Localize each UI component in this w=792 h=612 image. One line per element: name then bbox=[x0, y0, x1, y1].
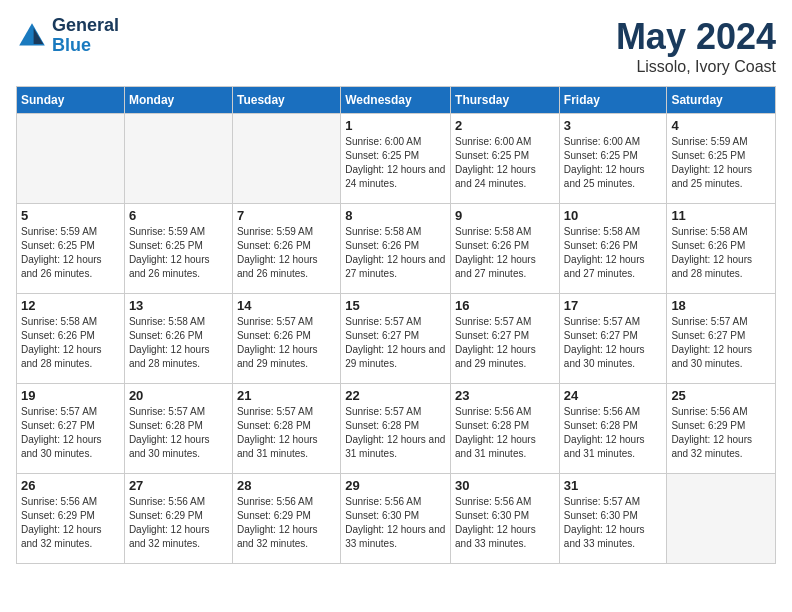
day-number: 19 bbox=[21, 388, 120, 403]
calendar-table: SundayMondayTuesdayWednesdayThursdayFrid… bbox=[16, 86, 776, 564]
day-number: 8 bbox=[345, 208, 446, 223]
weekday-header-tuesday: Tuesday bbox=[232, 87, 340, 114]
week-row-4: 19Sunrise: 5:57 AMSunset: 6:27 PMDayligh… bbox=[17, 384, 776, 474]
calendar-cell: 8Sunrise: 5:58 AMSunset: 6:26 PMDaylight… bbox=[341, 204, 451, 294]
day-info: Sunrise: 5:58 AMSunset: 6:26 PMDaylight:… bbox=[345, 225, 446, 281]
calendar-cell: 9Sunrise: 5:58 AMSunset: 6:26 PMDaylight… bbox=[451, 204, 560, 294]
day-number: 30 bbox=[455, 478, 555, 493]
day-info: Sunrise: 5:57 AMSunset: 6:27 PMDaylight:… bbox=[455, 315, 555, 371]
day-number: 20 bbox=[129, 388, 228, 403]
calendar-cell bbox=[232, 114, 340, 204]
day-number: 27 bbox=[129, 478, 228, 493]
calendar-cell: 23Sunrise: 5:56 AMSunset: 6:28 PMDayligh… bbox=[451, 384, 560, 474]
day-number: 23 bbox=[455, 388, 555, 403]
day-number: 14 bbox=[237, 298, 336, 313]
calendar-cell: 22Sunrise: 5:57 AMSunset: 6:28 PMDayligh… bbox=[341, 384, 451, 474]
day-number: 28 bbox=[237, 478, 336, 493]
day-number: 9 bbox=[455, 208, 555, 223]
calendar-cell: 7Sunrise: 5:59 AMSunset: 6:26 PMDaylight… bbox=[232, 204, 340, 294]
day-number: 24 bbox=[564, 388, 663, 403]
day-info: Sunrise: 5:57 AMSunset: 6:28 PMDaylight:… bbox=[237, 405, 336, 461]
calendar-cell: 25Sunrise: 5:56 AMSunset: 6:29 PMDayligh… bbox=[667, 384, 776, 474]
day-number: 29 bbox=[345, 478, 446, 493]
day-info: Sunrise: 6:00 AMSunset: 6:25 PMDaylight:… bbox=[564, 135, 663, 191]
calendar-cell: 13Sunrise: 5:58 AMSunset: 6:26 PMDayligh… bbox=[124, 294, 232, 384]
calendar-cell bbox=[667, 474, 776, 564]
day-info: Sunrise: 5:56 AMSunset: 6:29 PMDaylight:… bbox=[671, 405, 771, 461]
location-title: Lissolo, Ivory Coast bbox=[616, 58, 776, 76]
calendar-cell: 29Sunrise: 5:56 AMSunset: 6:30 PMDayligh… bbox=[341, 474, 451, 564]
day-number: 25 bbox=[671, 388, 771, 403]
day-info: Sunrise: 5:57 AMSunset: 6:27 PMDaylight:… bbox=[564, 315, 663, 371]
day-number: 15 bbox=[345, 298, 446, 313]
day-number: 10 bbox=[564, 208, 663, 223]
day-info: Sunrise: 5:59 AMSunset: 6:25 PMDaylight:… bbox=[671, 135, 771, 191]
week-row-2: 5Sunrise: 5:59 AMSunset: 6:25 PMDaylight… bbox=[17, 204, 776, 294]
day-number: 22 bbox=[345, 388, 446, 403]
calendar-cell: 30Sunrise: 5:56 AMSunset: 6:30 PMDayligh… bbox=[451, 474, 560, 564]
day-info: Sunrise: 5:59 AMSunset: 6:26 PMDaylight:… bbox=[237, 225, 336, 281]
day-info: Sunrise: 6:00 AMSunset: 6:25 PMDaylight:… bbox=[455, 135, 555, 191]
calendar-cell: 21Sunrise: 5:57 AMSunset: 6:28 PMDayligh… bbox=[232, 384, 340, 474]
calendar-cell: 15Sunrise: 5:57 AMSunset: 6:27 PMDayligh… bbox=[341, 294, 451, 384]
logo-icon bbox=[16, 20, 48, 52]
day-info: Sunrise: 5:57 AMSunset: 6:27 PMDaylight:… bbox=[345, 315, 446, 371]
day-info: Sunrise: 5:58 AMSunset: 6:26 PMDaylight:… bbox=[564, 225, 663, 281]
day-number: 6 bbox=[129, 208, 228, 223]
calendar-cell: 31Sunrise: 5:57 AMSunset: 6:30 PMDayligh… bbox=[559, 474, 667, 564]
day-info: Sunrise: 5:57 AMSunset: 6:30 PMDaylight:… bbox=[564, 495, 663, 551]
calendar-cell bbox=[17, 114, 125, 204]
weekday-header-friday: Friday bbox=[559, 87, 667, 114]
calendar-cell bbox=[124, 114, 232, 204]
weekday-header-row: SundayMondayTuesdayWednesdayThursdayFrid… bbox=[17, 87, 776, 114]
day-info: Sunrise: 5:56 AMSunset: 6:28 PMDaylight:… bbox=[564, 405, 663, 461]
week-row-1: 1Sunrise: 6:00 AMSunset: 6:25 PMDaylight… bbox=[17, 114, 776, 204]
weekday-header-wednesday: Wednesday bbox=[341, 87, 451, 114]
weekday-header-sunday: Sunday bbox=[17, 87, 125, 114]
day-info: Sunrise: 5:58 AMSunset: 6:26 PMDaylight:… bbox=[129, 315, 228, 371]
week-row-3: 12Sunrise: 5:58 AMSunset: 6:26 PMDayligh… bbox=[17, 294, 776, 384]
day-info: Sunrise: 5:56 AMSunset: 6:30 PMDaylight:… bbox=[455, 495, 555, 551]
day-number: 16 bbox=[455, 298, 555, 313]
calendar-cell: 24Sunrise: 5:56 AMSunset: 6:28 PMDayligh… bbox=[559, 384, 667, 474]
week-row-5: 26Sunrise: 5:56 AMSunset: 6:29 PMDayligh… bbox=[17, 474, 776, 564]
day-number: 11 bbox=[671, 208, 771, 223]
calendar-cell: 5Sunrise: 5:59 AMSunset: 6:25 PMDaylight… bbox=[17, 204, 125, 294]
calendar-cell: 2Sunrise: 6:00 AMSunset: 6:25 PMDaylight… bbox=[451, 114, 560, 204]
day-number: 12 bbox=[21, 298, 120, 313]
calendar-cell: 16Sunrise: 5:57 AMSunset: 6:27 PMDayligh… bbox=[451, 294, 560, 384]
logo-line2: Blue bbox=[52, 36, 119, 56]
day-number: 4 bbox=[671, 118, 771, 133]
day-number: 7 bbox=[237, 208, 336, 223]
calendar-cell: 20Sunrise: 5:57 AMSunset: 6:28 PMDayligh… bbox=[124, 384, 232, 474]
day-number: 13 bbox=[129, 298, 228, 313]
day-number: 18 bbox=[671, 298, 771, 313]
calendar-cell: 17Sunrise: 5:57 AMSunset: 6:27 PMDayligh… bbox=[559, 294, 667, 384]
day-number: 1 bbox=[345, 118, 446, 133]
weekday-header-saturday: Saturday bbox=[667, 87, 776, 114]
day-number: 21 bbox=[237, 388, 336, 403]
day-info: Sunrise: 5:56 AMSunset: 6:30 PMDaylight:… bbox=[345, 495, 446, 551]
title-area: May 2024 Lissolo, Ivory Coast bbox=[616, 16, 776, 76]
calendar-cell: 14Sunrise: 5:57 AMSunset: 6:26 PMDayligh… bbox=[232, 294, 340, 384]
calendar-cell: 4Sunrise: 5:59 AMSunset: 6:25 PMDaylight… bbox=[667, 114, 776, 204]
calendar-cell: 10Sunrise: 5:58 AMSunset: 6:26 PMDayligh… bbox=[559, 204, 667, 294]
day-info: Sunrise: 5:58 AMSunset: 6:26 PMDaylight:… bbox=[455, 225, 555, 281]
calendar-cell: 28Sunrise: 5:56 AMSunset: 6:29 PMDayligh… bbox=[232, 474, 340, 564]
calendar-cell: 6Sunrise: 5:59 AMSunset: 6:25 PMDaylight… bbox=[124, 204, 232, 294]
logo-line1: General bbox=[52, 16, 119, 36]
day-info: Sunrise: 5:57 AMSunset: 6:27 PMDaylight:… bbox=[21, 405, 120, 461]
day-info: Sunrise: 6:00 AMSunset: 6:25 PMDaylight:… bbox=[345, 135, 446, 191]
day-number: 5 bbox=[21, 208, 120, 223]
calendar-cell: 1Sunrise: 6:00 AMSunset: 6:25 PMDaylight… bbox=[341, 114, 451, 204]
day-info: Sunrise: 5:56 AMSunset: 6:29 PMDaylight:… bbox=[237, 495, 336, 551]
day-number: 17 bbox=[564, 298, 663, 313]
day-number: 26 bbox=[21, 478, 120, 493]
day-info: Sunrise: 5:56 AMSunset: 6:29 PMDaylight:… bbox=[21, 495, 120, 551]
month-title: May 2024 bbox=[616, 16, 776, 58]
calendar-cell: 3Sunrise: 6:00 AMSunset: 6:25 PMDaylight… bbox=[559, 114, 667, 204]
day-info: Sunrise: 5:59 AMSunset: 6:25 PMDaylight:… bbox=[129, 225, 228, 281]
day-info: Sunrise: 5:56 AMSunset: 6:29 PMDaylight:… bbox=[129, 495, 228, 551]
calendar-cell: 26Sunrise: 5:56 AMSunset: 6:29 PMDayligh… bbox=[17, 474, 125, 564]
day-number: 3 bbox=[564, 118, 663, 133]
